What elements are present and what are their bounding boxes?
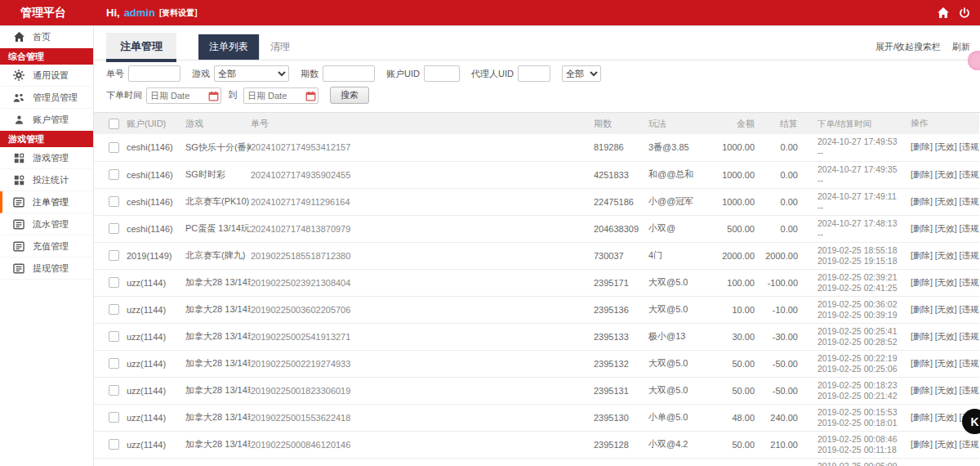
- row-checkbox[interactable]: [109, 385, 119, 396]
- delete-action-link[interactable]: [删除]: [911, 250, 933, 260]
- delete-action-link[interactable]: [删除]: [911, 196, 933, 206]
- violation-action-link[interactable]: [违规]: [960, 358, 979, 368]
- account-uid-input[interactable]: [424, 65, 460, 82]
- table-row: uzz(1144)加拿大28 13/14玩法201902250018233060…: [94, 377, 979, 404]
- violation-action-link[interactable]: [违规]: [960, 304, 979, 314]
- table-row: ceshi(1146)PC蛋蛋 13/14玩法20241027174813870…: [94, 215, 979, 242]
- row-checkbox[interactable]: [109, 169, 119, 180]
- home-icon[interactable]: [938, 7, 949, 18]
- invalid-action-link[interactable]: [无效]: [935, 385, 957, 395]
- status-select[interactable]: 全部: [562, 65, 601, 82]
- sub-tabs: 注单列表清理: [198, 34, 301, 60]
- row-checkbox[interactable]: [109, 223, 119, 234]
- cell-settlement: 240.00: [755, 404, 798, 431]
- delete-action-link[interactable]: [删除]: [911, 141, 933, 151]
- profile-settings-link[interactable]: [资料设置]: [159, 7, 198, 19]
- sidebar-item-充值管理[interactable]: 充值管理: [0, 235, 93, 258]
- violation-action-link[interactable]: [违规]: [960, 169, 979, 179]
- cell-order-number: 20241027174911296164: [251, 188, 594, 215]
- invalid-action-link[interactable]: [无效]: [935, 169, 957, 179]
- row-checkbox[interactable]: [109, 196, 119, 207]
- calendar-icon[interactable]: [208, 90, 219, 105]
- search-row-1: 单号 游戏 全部 期数 账户UID 代理人UID 全部: [106, 65, 968, 82]
- toggle-search-link[interactable]: 展开/收起搜索栏: [875, 41, 941, 53]
- cell-period: 2395136: [594, 296, 648, 323]
- row-checkbox[interactable]: [109, 331, 119, 342]
- violation-action-link[interactable]: [违规]: [960, 250, 979, 260]
- row-checkbox[interactable]: [109, 439, 119, 450]
- cell-times: 2024-10-27 17:49:53--: [798, 134, 906, 161]
- invalid-action-link[interactable]: [无效]: [935, 358, 957, 368]
- invalid-action-link[interactable]: [无效]: [935, 250, 957, 260]
- cell-order-number: 20241027174813870979: [251, 215, 594, 242]
- refresh-link[interactable]: 刷新: [952, 41, 970, 53]
- table-row: uzz(1144)加拿大28 13/14玩法201902250025419132…: [94, 323, 979, 350]
- invalid-action-link[interactable]: [无效]: [935, 277, 957, 287]
- sidebar-item-游戏管理[interactable]: 游戏管理: [0, 147, 93, 169]
- row-checkbox[interactable]: [109, 412, 119, 423]
- sidebar-item-账户管理[interactable]: 账户管理: [0, 109, 93, 131]
- cell-play-type: 小双@4.2: [648, 431, 711, 458]
- row-checkbox[interactable]: [109, 250, 119, 261]
- cell-account: ceshi(1146): [127, 134, 185, 161]
- delete-action-link[interactable]: [删除]: [911, 223, 933, 233]
- invalid-action-link[interactable]: [无效]: [935, 304, 957, 314]
- sidebar-item-首页[interactable]: 首页: [0, 26, 93, 48]
- select-all-checkbox[interactable]: [109, 119, 119, 129]
- order-no-label: 单号: [106, 68, 124, 80]
- page-title-tab[interactable]: 注单管理: [106, 33, 176, 62]
- delete-action-link[interactable]: [删除]: [911, 169, 933, 179]
- delete-action-link[interactable]: [删除]: [911, 439, 933, 449]
- sidebar-item-管理员管理[interactable]: 管理员管理: [0, 87, 93, 109]
- tab-注单列表[interactable]: 注单列表: [198, 34, 259, 60]
- cell-actions: [删除] [无效] [违规]: [906, 431, 979, 458]
- invalid-action-link[interactable]: [无效]: [935, 331, 957, 341]
- row-checkbox[interactable]: [109, 358, 119, 369]
- violation-action-link[interactable]: [违规]: [960, 277, 979, 287]
- row-checkbox[interactable]: [109, 142, 119, 153]
- column-header-玩法: 玩法: [648, 113, 711, 134]
- invalid-action-link[interactable]: [无效]: [935, 439, 957, 449]
- delete-action-link[interactable]: [删除]: [911, 358, 933, 368]
- order-no-input[interactable]: [128, 65, 180, 82]
- invalid-action-link[interactable]: [无效]: [935, 223, 957, 233]
- violation-action-link[interactable]: [违规]: [960, 196, 979, 206]
- sidebar-item-通用设置[interactable]: 通用设置: [0, 65, 93, 87]
- delete-action-link[interactable]: [删除]: [911, 277, 933, 287]
- sidebar-item-流水管理[interactable]: 流水管理: [0, 213, 93, 235]
- table-header: 账户(UID)游戏单号期数玩法金额结算下单/结算时间操作: [94, 113, 979, 134]
- sidebar-item-投注统计[interactable]: 投注统计: [0, 169, 93, 191]
- violation-action-link[interactable]: [违规]: [960, 223, 979, 233]
- invalid-action-link[interactable]: [无效]: [935, 141, 957, 151]
- power-icon[interactable]: [959, 7, 970, 19]
- cell-actions: [删除] [无效] [违规]: [906, 161, 979, 188]
- delete-action-link[interactable]: [删除]: [911, 304, 933, 314]
- search-button[interactable]: 搜索: [330, 87, 369, 104]
- period-input[interactable]: [323, 65, 375, 82]
- row-checkbox[interactable]: [109, 304, 119, 315]
- violation-action-link[interactable]: [违规]: [960, 331, 979, 341]
- cell-order-number: 20241027174935902455: [251, 161, 594, 188]
- game-select[interactable]: 全部: [214, 65, 289, 82]
- doc-icon: [13, 218, 24, 230]
- cell-settlement: 210.00: [755, 431, 798, 458]
- calendar-icon[interactable]: [305, 90, 316, 105]
- cell-settlement: -50.00: [755, 377, 798, 404]
- cell-settlement: 0.00: [755, 161, 798, 188]
- violation-action-link[interactable]: [违规]: [960, 141, 979, 151]
- delete-action-link[interactable]: [删除]: [911, 331, 933, 341]
- sidebar-item-注单管理[interactable]: 注单管理: [0, 191, 93, 213]
- sidebar-item-提现管理[interactable]: 提现管理: [0, 258, 93, 280]
- cell-account: uzz(1144): [127, 431, 185, 458]
- agent-uid-input[interactable]: [518, 65, 550, 82]
- delete-action-link[interactable]: [删除]: [911, 385, 933, 395]
- invalid-action-link[interactable]: [无效]: [935, 196, 957, 206]
- sidebar-item-label: 投注统计: [33, 174, 69, 186]
- row-checkbox[interactable]: [109, 277, 119, 288]
- violation-action-link[interactable]: [违规]: [960, 385, 979, 395]
- tab-清理[interactable]: 清理: [259, 34, 301, 60]
- table-row: ceshi(1146)北京赛车(PK10)2024102717491129616…: [94, 188, 979, 215]
- violation-action-link[interactable]: [违规]: [960, 439, 979, 449]
- delete-action-link[interactable]: [删除]: [911, 412, 933, 422]
- invalid-action-link[interactable]: [无效]: [935, 412, 957, 422]
